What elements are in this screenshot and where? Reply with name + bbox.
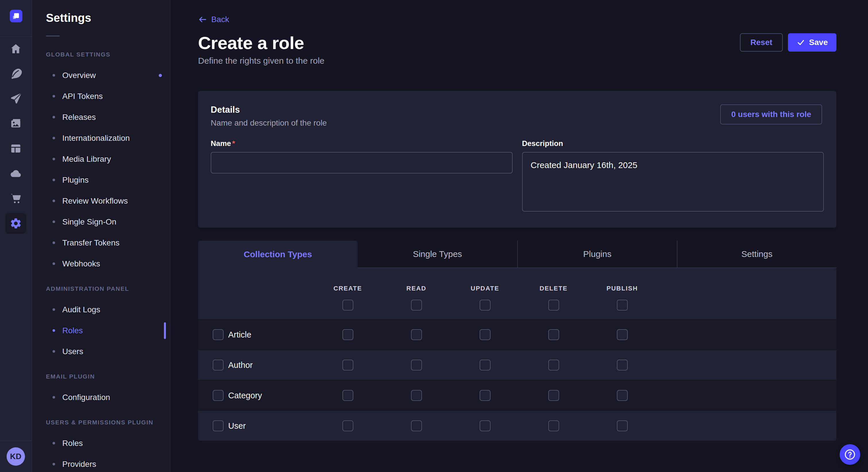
bullet-icon: [53, 396, 55, 399]
users-with-role-button[interactable]: 0 users with this role: [720, 104, 822, 125]
bullet-icon: [53, 463, 55, 465]
subnav-item-releases[interactable]: Releases: [32, 107, 170, 128]
bullet-icon: [53, 179, 55, 181]
bullet-icon: [53, 200, 55, 202]
category-delete-checkbox[interactable]: [548, 390, 559, 401]
article-read-checkbox[interactable]: [411, 329, 422, 340]
description-textarea[interactable]: Created January 16th, 2025: [522, 152, 824, 212]
help-button[interactable]: [840, 444, 860, 465]
row-select-article-checkbox[interactable]: [213, 329, 224, 340]
row-label-cell: Article: [198, 320, 313, 349]
row-select-user-checkbox[interactable]: [213, 420, 224, 431]
row-label-cell: Category: [198, 380, 313, 410]
row-label-cell: User: [198, 411, 313, 441]
subnav-item-plugins[interactable]: Plugins: [32, 169, 170, 191]
category-create-checkbox[interactable]: [342, 390, 353, 401]
permissions-table: CREATEREADUPDATEDELETEPUBLISH ArticleAut…: [198, 268, 836, 441]
select-all-update-checkbox[interactable]: [479, 300, 491, 310]
bullet-icon: [53, 442, 55, 444]
category-publish-checkbox[interactable]: [617, 390, 628, 401]
description-field-group: Description Created January 16th, 2025: [522, 139, 824, 212]
select-all-create-checkbox[interactable]: [342, 300, 353, 310]
author-delete-checkbox[interactable]: [548, 360, 559, 370]
column-header-cell: CREATE: [313, 268, 382, 319]
subnav-item-single-sign-on[interactable]: Single Sign-On: [32, 211, 170, 232]
user-create-checkbox[interactable]: [342, 420, 353, 431]
column-header-cell: DELETE: [519, 268, 588, 319]
content-type-builder-icon[interactable]: [5, 138, 26, 159]
subnav-item-webhooks[interactable]: Webhooks: [32, 253, 170, 274]
save-button[interactable]: Save: [788, 33, 836, 52]
category-read-checkbox[interactable]: [411, 390, 422, 401]
save-label: Save: [809, 38, 828, 47]
article-create-checkbox[interactable]: [342, 329, 353, 340]
back-label: Back: [211, 15, 229, 24]
subnav-item-api-tokens[interactable]: API Tokens: [32, 86, 170, 107]
column-header-cell: UPDATE: [451, 268, 519, 319]
article-delete-checkbox[interactable]: [548, 329, 559, 340]
subnav-section-header: ADMINISTRATION PANEL: [32, 278, 170, 299]
row-select-category-checkbox[interactable]: [213, 390, 224, 401]
subnav-item-review-workflows[interactable]: Review Workflows: [32, 191, 170, 211]
article-publish-checkbox[interactable]: [617, 329, 628, 340]
main-nav-rail: KD: [0, 0, 32, 472]
avatar[interactable]: KD: [7, 447, 25, 466]
bullet-icon: [53, 329, 55, 332]
permission-row-category: Category: [198, 380, 836, 410]
permissions-card: Collection TypesSingle TypesPluginsSetti…: [198, 241, 836, 441]
subnav-section-header: GLOBAL SETTINGS: [32, 44, 170, 65]
tab-settings[interactable]: Settings: [677, 241, 836, 268]
author-update-checkbox[interactable]: [479, 360, 491, 370]
reset-button[interactable]: Reset: [740, 33, 782, 52]
select-all-delete-checkbox[interactable]: [548, 300, 559, 310]
marketplace-cart-icon[interactable]: [5, 188, 26, 209]
author-publish-checkbox[interactable]: [617, 360, 628, 370]
content-feather-icon[interactable]: [5, 63, 26, 84]
strapi-logo-icon: [10, 10, 22, 22]
home-icon[interactable]: [5, 38, 26, 59]
bullet-icon: [53, 137, 55, 139]
paper-plane-icon[interactable]: [5, 88, 26, 109]
subnav-item-roles[interactable]: Roles: [32, 433, 170, 453]
cloud-icon[interactable]: [5, 163, 26, 184]
settings-gear-icon[interactable]: [5, 213, 26, 234]
table-corner-cell: [198, 268, 313, 319]
subnav-title: Settings: [32, 0, 170, 24]
subnav-item-media-library[interactable]: Media Library: [32, 148, 170, 169]
permission-row-user: User: [198, 410, 836, 441]
tab-plugins[interactable]: Plugins: [517, 241, 677, 268]
subnav-item-users[interactable]: Users: [32, 341, 170, 362]
user-update-checkbox[interactable]: [479, 420, 491, 431]
active-indicator-bar: [164, 322, 166, 339]
subnav-item-internationalization[interactable]: Internationalization: [32, 128, 170, 148]
media-library-icon[interactable]: [5, 113, 26, 134]
article-update-checkbox[interactable]: [479, 329, 491, 340]
author-create-checkbox[interactable]: [342, 360, 353, 370]
user-delete-checkbox[interactable]: [548, 420, 559, 431]
permission-row-author: Author: [198, 349, 836, 380]
select-all-read-checkbox[interactable]: [411, 300, 422, 310]
tab-collection-types[interactable]: Collection Types: [198, 241, 358, 268]
subnav-item-roles[interactable]: Roles: [32, 320, 170, 341]
permission-row-article: Article: [198, 319, 836, 349]
user-read-checkbox[interactable]: [411, 420, 422, 431]
name-input[interactable]: [211, 152, 513, 173]
category-update-checkbox[interactable]: [479, 390, 491, 401]
tab-single-types[interactable]: Single Types: [358, 241, 517, 268]
subnav-item-configuration[interactable]: Configuration: [32, 387, 170, 408]
subnav-item-overview[interactable]: Overview: [32, 65, 170, 86]
details-fields: Name* Description Created January 16th, …: [211, 139, 824, 212]
author-read-checkbox[interactable]: [411, 360, 422, 370]
settings-subnav: Settings GLOBAL SETTINGSOverviewAPI Toke…: [32, 0, 170, 472]
row-select-author-checkbox[interactable]: [213, 360, 224, 370]
select-all-publish-checkbox[interactable]: [617, 300, 628, 310]
subnav-item-providers[interactable]: Providers: [32, 453, 170, 472]
subnav-item-transfer-tokens[interactable]: Transfer Tokens: [32, 232, 170, 253]
strapi-logo[interactable]: [10, 10, 22, 22]
permissions-tabs: Collection TypesSingle TypesPluginsSetti…: [198, 241, 836, 268]
user-publish-checkbox[interactable]: [617, 420, 628, 431]
divider: [0, 36, 32, 37]
back-link[interactable]: Back: [198, 15, 229, 24]
subnav-section-header: USERS & PERMISSIONS PLUGIN: [32, 412, 170, 433]
subnav-item-audit-logs[interactable]: Audit Logs: [32, 299, 170, 320]
